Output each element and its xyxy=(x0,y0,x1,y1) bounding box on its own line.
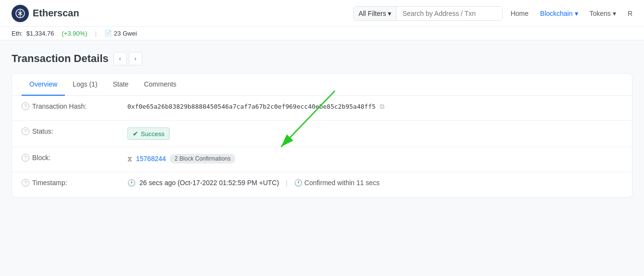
page-title: Transaction Details xyxy=(12,52,109,65)
help-icon[interactable]: ? xyxy=(22,127,29,135)
separator: | xyxy=(95,30,97,37)
nav-arrows: ‹ › xyxy=(113,52,142,65)
check-icon: ✔ xyxy=(133,130,138,138)
tab-state[interactable]: State xyxy=(105,74,136,96)
header: Etherscan All Filters ▾ Home Blockchain … xyxy=(0,0,644,27)
tab-comments[interactable]: Comments xyxy=(136,74,184,96)
gwei: 📄 23 Gwei xyxy=(104,30,137,37)
clock-icon-2: 🕐 xyxy=(294,179,302,187)
logo-icon xyxy=(12,5,29,22)
chevron-down-icon: ▾ xyxy=(613,10,616,17)
chevron-down-icon: ▾ xyxy=(388,10,391,17)
main-content: Transaction Details ‹ › Overview Logs (1… xyxy=(0,40,644,233)
transaction-hash-label: ? Transaction Hash: xyxy=(22,102,127,110)
block-number-link[interactable]: 15768244 xyxy=(136,155,166,163)
confirmed-text: 🕐 Confirmed within 11 secs xyxy=(294,179,379,187)
status-badge: ✔ Success xyxy=(127,127,170,140)
header-left: Etherscan xyxy=(12,5,79,22)
tabs: Overview Logs (1) State Comments xyxy=(12,74,632,96)
block-label: ? Block: xyxy=(22,154,127,162)
nav-item-r[interactable]: R xyxy=(628,10,632,17)
status-value: ✔ Success xyxy=(127,127,170,140)
transaction-hash-row: ? Transaction Hash: 0xf0e65a26b83829b888… xyxy=(12,96,632,121)
nav-item-blockchain[interactable]: Blockchain ▾ xyxy=(540,10,578,17)
nav-item-home[interactable]: Home xyxy=(510,10,528,17)
next-button[interactable]: › xyxy=(129,52,142,65)
help-icon[interactable]: ? xyxy=(22,179,29,187)
header-right: All Filters ▾ Home Blockchain ▾ Tokens ▾… xyxy=(353,6,632,21)
main-nav: Home Blockchain ▾ Tokens ▾ R xyxy=(510,10,632,17)
timestamp-value: 🕐 26 secs ago (Oct-17-2022 01:52:59 PM +… xyxy=(127,179,380,187)
filter-select[interactable]: All Filters ▾ xyxy=(354,7,397,20)
confirmations-badge: 2 Block Confirmations xyxy=(170,154,235,163)
status-row: ? Status: ✔ Success xyxy=(12,121,632,147)
timestamp-label: ? Timestamp: xyxy=(22,179,127,187)
gas-icon: 📄 xyxy=(104,30,112,37)
eth-change: (+3.90%) xyxy=(62,30,87,37)
block-value: ⧖ 15768244 2 Block Confirmations xyxy=(127,154,235,163)
eth-price-label: Eth: $1,334.76 xyxy=(12,30,54,37)
hourglass-icon: ⧖ xyxy=(127,155,132,163)
search-container: All Filters ▾ xyxy=(353,6,503,21)
logo-text: Etherscan xyxy=(33,8,79,19)
logo[interactable]: Etherscan xyxy=(12,5,79,22)
transaction-hash-value: 0xf0e65a26b83829b8888450546a7caf7a67b2c0… xyxy=(127,102,384,111)
copy-icon[interactable]: ⧉ xyxy=(380,102,384,111)
page-title-row: Transaction Details ‹ › xyxy=(12,52,632,65)
help-icon[interactable]: ? xyxy=(22,102,29,110)
timestamp-row: ? Timestamp: 🕐 26 secs ago (Oct-17-2022 … xyxy=(12,172,632,197)
transaction-card: Overview Logs (1) State Comments ? Trans… xyxy=(12,73,632,198)
prev-button[interactable]: ‹ xyxy=(113,52,127,65)
tab-overview[interactable]: Overview xyxy=(22,74,65,96)
nav-item-tokens[interactable]: Tokens ▾ xyxy=(590,10,616,17)
clock-icon: 🕐 xyxy=(127,179,136,187)
status-label: ? Status: xyxy=(22,127,127,135)
tab-logs[interactable]: Logs (1) xyxy=(65,74,105,96)
chevron-down-icon: ▾ xyxy=(575,10,578,17)
block-row: ? Block: ⧖ 15768244 2 Block Confirmation… xyxy=(12,147,632,172)
subheader: Eth: $1,334.76 (+3.90%) | 📄 23 Gwei xyxy=(0,27,644,40)
timestamp-separator: | xyxy=(286,179,288,187)
search-input[interactable] xyxy=(396,7,502,20)
help-icon[interactable]: ? xyxy=(22,154,29,162)
